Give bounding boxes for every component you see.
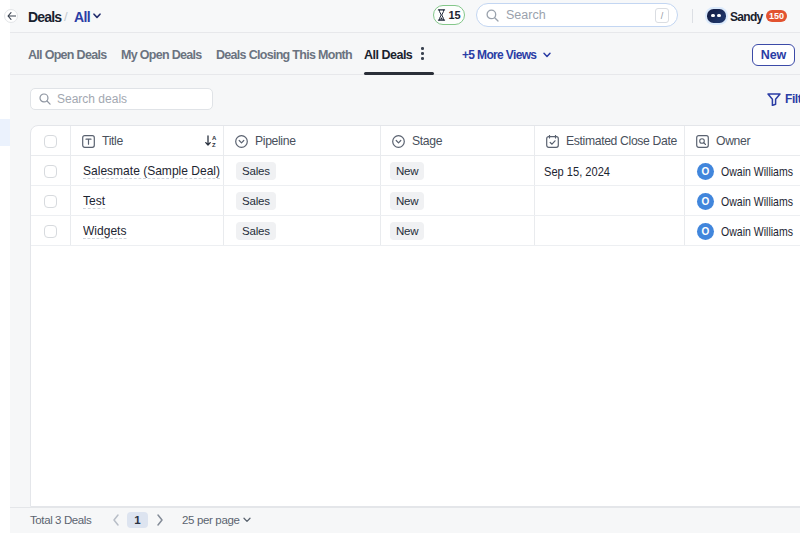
svg-text:A: A: [212, 135, 217, 141]
svg-text:Z: Z: [212, 142, 216, 148]
